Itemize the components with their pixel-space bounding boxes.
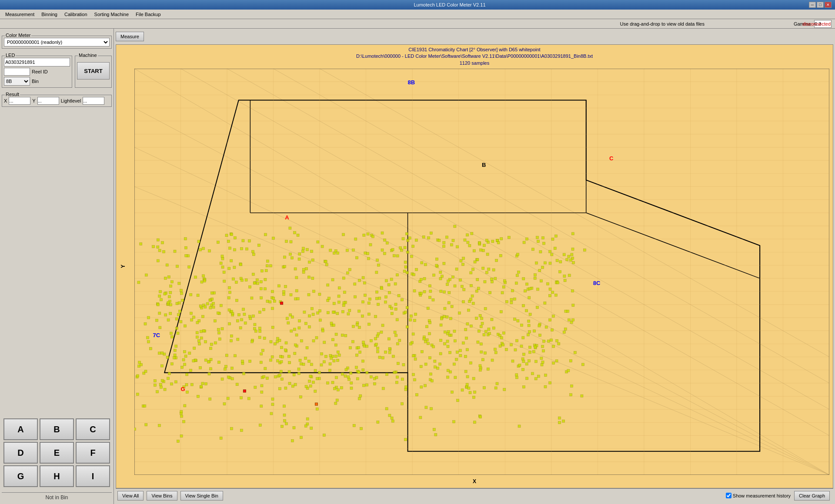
- svg-rect-323: [158, 295, 161, 298]
- bin-btn-c[interactable]: C: [76, 418, 110, 440]
- svg-rect-691: [326, 381, 329, 384]
- svg-rect-610: [551, 291, 554, 294]
- svg-rect-354: [508, 236, 510, 239]
- svg-rect-738: [236, 383, 238, 386]
- bin-btn-e[interactable]: E: [40, 442, 74, 464]
- svg-rect-333: [483, 244, 485, 247]
- svg-rect-466: [221, 328, 224, 330]
- svg-rect-812: [435, 264, 438, 267]
- svg-rect-860: [404, 246, 406, 249]
- svg-rect-1035: [428, 285, 431, 287]
- svg-rect-667: [566, 259, 568, 261]
- menu-file-backup[interactable]: File Backup: [132, 11, 164, 18]
- reel-id-input[interactable]: [4, 68, 30, 76]
- svg-rect-828: [396, 376, 399, 378]
- svg-rect-899: [534, 274, 536, 276]
- bin-btn-g[interactable]: G: [3, 465, 38, 487]
- svg-rect-172: [343, 291, 346, 294]
- svg-rect-1057: [321, 329, 324, 332]
- close-button[interactable]: ✕: [825, 2, 832, 8]
- lightlevel-result-input: [83, 97, 104, 105]
- bin-btn-f[interactable]: F: [76, 442, 110, 464]
- svg-rect-549: [157, 239, 159, 241]
- svg-rect-580: [363, 234, 365, 236]
- svg-rect-877: [455, 358, 458, 361]
- svg-rect-394: [387, 338, 390, 340]
- svg-rect-654: [403, 270, 406, 272]
- svg-rect-367: [260, 297, 263, 299]
- y-result-input: [37, 97, 59, 105]
- svg-rect-290: [212, 306, 215, 308]
- view-all-button[interactable]: View All: [117, 491, 144, 501]
- svg-rect-182: [551, 328, 554, 331]
- show-history-checkbox[interactable]: [726, 493, 731, 498]
- bin-btn-b[interactable]: B: [40, 418, 74, 440]
- led-group: LED Reel ID 8B 8A 8C Bin: [2, 56, 72, 88]
- show-history-label[interactable]: Show measurement history: [726, 493, 791, 498]
- svg-rect-278: [480, 351, 483, 353]
- svg-rect-864: [217, 312, 219, 315]
- svg-rect-1197: [377, 303, 380, 306]
- led-id-input[interactable]: [4, 58, 70, 66]
- svg-rect-968: [180, 435, 183, 438]
- svg-rect-687: [286, 317, 288, 320]
- clear-graph-button[interactable]: Clear Graph: [794, 491, 830, 501]
- svg-rect-220: [558, 342, 560, 345]
- svg-rect-1031: [134, 428, 136, 431]
- svg-rect-1127: [391, 420, 394, 422]
- bin-btn-i[interactable]: I: [76, 465, 110, 487]
- svg-rect-964: [240, 429, 243, 432]
- svg-rect-173: [341, 334, 344, 337]
- svg-rect-548: [220, 262, 222, 265]
- svg-rect-1109: [306, 418, 309, 420]
- main-layout: Color Meter P00000000001 (readonly) LED …: [0, 29, 835, 504]
- svg-rect-1140: [265, 269, 267, 272]
- svg-rect-769: [485, 271, 488, 274]
- svg-rect-413: [516, 253, 519, 256]
- svg-rect-1094: [266, 377, 269, 380]
- chart-svg: 0.4440.4460.4480.4500.4520.4540.4560.458…: [134, 69, 829, 475]
- svg-rect-1066: [388, 414, 391, 417]
- svg-rect-831: [283, 290, 285, 293]
- svg-rect-439: [489, 292, 491, 294]
- svg-rect-1027: [472, 377, 475, 380]
- bin-select[interactable]: 8B 8A 8C: [4, 77, 30, 86]
- bin-btn-h[interactable]: H: [40, 465, 74, 487]
- svg-rect-1090: [181, 299, 184, 302]
- svg-rect-1205: [357, 371, 360, 374]
- measure-button[interactable]: Measure: [116, 32, 144, 41]
- svg-rect-926: [518, 364, 521, 367]
- svg-rect-1036: [473, 396, 475, 398]
- view-bins-button[interactable]: View Bins: [147, 491, 177, 501]
- svg-rect-523: [420, 386, 423, 388]
- svg-rect-216: [406, 251, 409, 253]
- bin-btn-d[interactable]: D: [3, 442, 38, 464]
- menu-calibration[interactable]: Calibration: [61, 11, 91, 18]
- svg-rect-560: [175, 327, 178, 330]
- svg-rect-821: [440, 339, 442, 342]
- svg-rect-1174: [476, 278, 479, 281]
- svg-rect-745: [294, 344, 297, 346]
- svg-rect-193: [569, 360, 572, 362]
- svg-rect-196: [337, 351, 339, 353]
- svg-rect-1052: [353, 424, 355, 427]
- svg-rect-979: [183, 420, 185, 423]
- bin-btn-a[interactable]: A: [3, 418, 38, 440]
- svg-rect-402: [495, 259, 498, 262]
- color-meter-select[interactable]: P00000000001 (readonly): [4, 38, 110, 46]
- maximize-button[interactable]: □: [817, 2, 824, 8]
- svg-rect-922: [541, 236, 544, 239]
- svg-rect-909: [280, 370, 282, 373]
- led-group-label: LED: [5, 53, 16, 58]
- svg-rect-846: [479, 314, 481, 317]
- view-single-bin-button[interactable]: View Single Bin: [180, 491, 223, 501]
- svg-rect-592: [420, 278, 422, 281]
- svg-rect-1010: [323, 434, 325, 436]
- menu-binning[interactable]: Binning: [38, 11, 61, 18]
- start-button[interactable]: START: [77, 62, 110, 80]
- minimize-button[interactable]: ─: [809, 2, 816, 8]
- svg-rect-490: [164, 388, 166, 391]
- menu-measurement[interactable]: Measurement: [2, 11, 38, 18]
- svg-rect-403: [435, 258, 438, 260]
- menu-sorting-machine[interactable]: Sorting Machine: [91, 11, 133, 18]
